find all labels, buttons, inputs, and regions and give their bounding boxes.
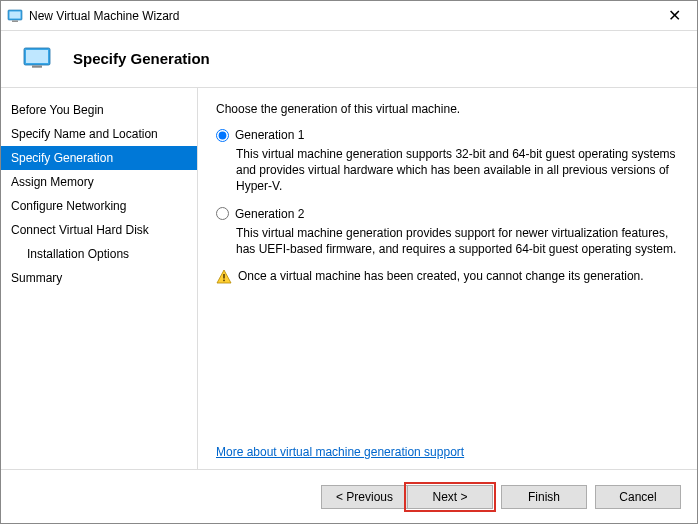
close-icon[interactable]: ✕ [660,6,689,25]
help-link[interactable]: More about virtual machine generation su… [216,445,464,459]
sidebar-item-installation-options[interactable]: Installation Options [1,242,197,266]
cancel-button[interactable]: Cancel [595,485,681,509]
warning-icon [216,269,232,285]
sidebar-item-label: Installation Options [27,247,129,261]
finish-button[interactable]: Finish [501,485,587,509]
sidebar-item-configure-networking[interactable]: Configure Networking [1,194,197,218]
radio-generation-2[interactable] [216,207,229,220]
sidebar-item-label: Configure Networking [11,199,126,213]
svg-rect-5 [32,66,42,68]
sidebar-item-label: Connect Virtual Hard Disk [11,223,149,237]
warning-row: Once a virtual machine has been created,… [216,269,679,285]
instruction-text: Choose the generation of this virtual ma… [216,102,679,116]
radio-generation-2-row[interactable]: Generation 2 [216,207,679,221]
sidebar-item-label: Specify Name and Location [11,127,158,141]
generation-2-description: This virtual machine generation provides… [236,225,679,257]
next-button[interactable]: Next > [407,485,493,509]
sidebar-item-connect-vhd[interactable]: Connect Virtual Hard Disk [1,218,197,242]
sidebar-item-before-you-begin[interactable]: Before You Begin [1,98,197,122]
warning-text: Once a virtual machine has been created,… [238,269,644,283]
sidebar-item-label: Summary [11,271,62,285]
window-title: New Virtual Machine Wizard [29,9,180,23]
sidebar-item-specify-generation[interactable]: Specify Generation [1,146,197,170]
radio-generation-1-label: Generation 1 [235,128,304,142]
radio-generation-2-label: Generation 2 [235,207,304,221]
svg-rect-1 [10,11,21,18]
titlebar: New Virtual Machine Wizard ✕ [1,1,697,31]
sidebar-item-label: Specify Generation [11,151,113,165]
svg-rect-2 [12,20,18,21]
titlebar-left: New Virtual Machine Wizard [7,8,180,24]
radio-generation-1-row[interactable]: Generation 1 [216,128,679,142]
prev-next-pair: < Previous Next > [321,485,493,509]
content-area: Before You Begin Specify Name and Locati… [1,87,697,469]
sidebar-item-summary[interactable]: Summary [1,266,197,290]
svg-rect-7 [223,274,225,279]
wizard-footer: < Previous Next > Finish Cancel [1,469,697,523]
wizard-sidebar: Before You Begin Specify Name and Locati… [1,87,197,469]
previous-button[interactable]: < Previous [321,485,407,509]
wizard-header: Specify Generation [1,31,697,87]
sidebar-item-label: Before You Begin [11,103,104,117]
sidebar-item-specify-name[interactable]: Specify Name and Location [1,122,197,146]
sidebar-item-assign-memory[interactable]: Assign Memory [1,170,197,194]
svg-rect-8 [223,280,225,282]
app-icon [7,8,23,24]
page-title: Specify Generation [73,50,210,67]
wizard-main-panel: Choose the generation of this virtual ma… [197,87,697,469]
header-icon [23,47,51,69]
sidebar-item-label: Assign Memory [11,175,94,189]
radio-generation-1[interactable] [216,129,229,142]
svg-rect-4 [26,50,48,63]
generation-1-description: This virtual machine generation supports… [236,146,679,195]
